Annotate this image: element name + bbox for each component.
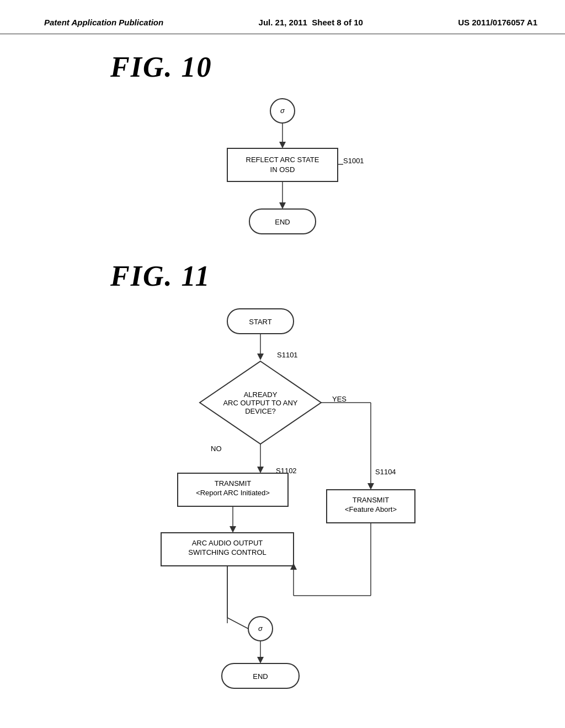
fig11-title: FIG. 11 xyxy=(110,260,565,292)
content-area: FIG. 10 σ REFLECT ARC STATE IN OSD S1001 xyxy=(0,40,565,722)
fig11-diamond-line1: ALREADY xyxy=(244,390,278,399)
svg-marker-1 xyxy=(279,142,286,148)
fig11-diamond-line2: ARC OUTPUT TO ANY xyxy=(223,399,297,407)
header-patent-number: US 2011/0176057 A1 xyxy=(458,17,537,28)
fig11-no-label: NO xyxy=(211,445,222,453)
fig11-arc-audio-line1: ARC AUDIO OUTPUT xyxy=(192,539,263,547)
fig11-diamond-line3: DEVICE? xyxy=(245,407,276,415)
fig10-start-label: σ xyxy=(280,106,285,115)
fig10-reflect-line1: REFLECT ARC STATE xyxy=(246,156,319,164)
fig10-reflect-box xyxy=(227,148,338,181)
fig10-end-label: END xyxy=(275,218,290,226)
fig11-start-label: START xyxy=(249,318,271,326)
fig11-end-label: END xyxy=(253,672,268,681)
svg-line-24 xyxy=(227,618,248,629)
fig11-transmit-abort-line2: <Feature Abort> xyxy=(345,505,397,513)
svg-marker-26 xyxy=(257,657,264,663)
fig11-transmit-report-line1: TRANSMIT xyxy=(215,479,252,488)
fig11-s1101-label: S1101 xyxy=(277,351,298,359)
header: Patent Application Publication Jul. 21, … xyxy=(0,0,565,34)
svg-marker-7 xyxy=(257,354,264,360)
fig11-section: FIG. 11 START S1101 ALREADY ARC OUTPUT xyxy=(0,265,565,695)
fig11-yes-label: YES xyxy=(332,395,347,403)
fig11-diagram: START S1101 ALREADY ARC OUTPUT TO ANY DE… xyxy=(0,298,565,695)
header-publication-label: Patent Application Publication xyxy=(44,17,163,28)
fig11-s1104-label: S1104 xyxy=(375,468,396,476)
page: Patent Application Publication Jul. 21, … xyxy=(0,0,565,728)
fig10-s1001-label: S1001 xyxy=(343,157,364,165)
header-date-sheet: Jul. 21, 2011 Sheet 8 of 10 xyxy=(259,17,363,28)
fig10-diagram: σ REFLECT ARC STATE IN OSD S1001 xyxy=(0,89,565,249)
svg-marker-12 xyxy=(257,467,264,473)
fig11-transmit-abort-line1: TRANSMIT xyxy=(353,496,390,504)
fig11-arc-audio-line2: SWITCHING CONTROL xyxy=(188,548,266,556)
fig10-reflect-line2: IN OSD xyxy=(270,165,295,174)
fig11-transmit-report-line2: <Report ARC Initiated> xyxy=(196,489,270,497)
svg-marker-10 xyxy=(367,483,374,490)
svg-marker-14 xyxy=(230,526,236,533)
fig10-title: FIG. 10 xyxy=(110,51,565,83)
svg-marker-5 xyxy=(279,202,286,209)
fig10-section: FIG. 10 σ REFLECT ARC STATE IN OSD S1001 xyxy=(0,51,565,249)
fig11-sigma-label: σ xyxy=(258,624,263,633)
